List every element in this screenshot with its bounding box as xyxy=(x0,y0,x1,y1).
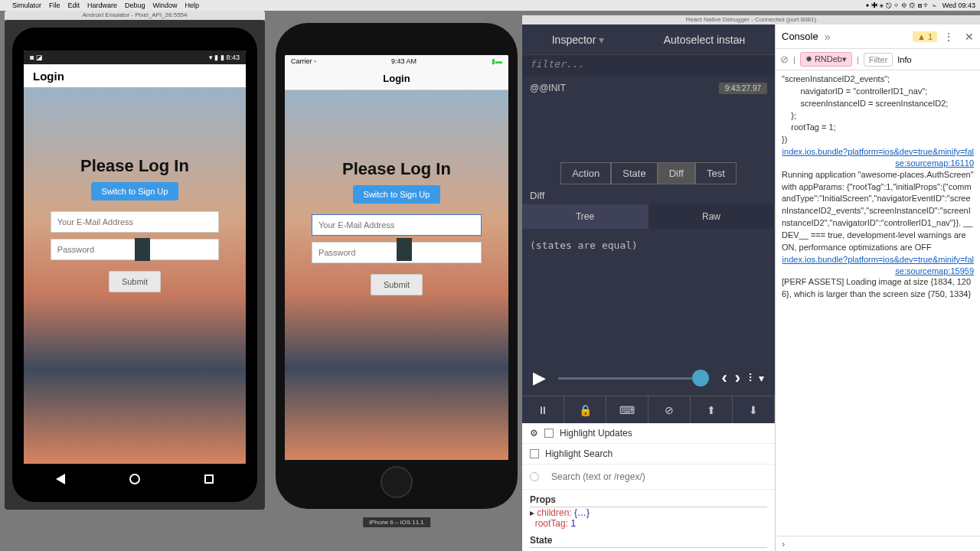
inspector-dropdown[interactable]: Inspector ▾ xyxy=(552,34,604,46)
tab-state[interactable]: State xyxy=(611,162,657,184)
menu-simulator[interactable]: Simulator xyxy=(12,2,41,9)
prev-button[interactable]: ‹ xyxy=(721,368,727,388)
tab-diff[interactable]: Diff xyxy=(658,162,695,184)
kebab-menu-icon[interactable]: ⋮ xyxy=(943,31,954,43)
submit-button-ios[interactable]: Submit xyxy=(371,274,423,295)
password-input-ios[interactable] xyxy=(312,242,482,263)
menu-file[interactable]: File xyxy=(49,2,60,9)
more-tabs-icon[interactable]: » xyxy=(825,31,831,43)
android-window-title: Android Emulator - Pixel_API_26:5554 xyxy=(5,11,265,20)
props-header: Props xyxy=(530,493,767,507)
highlight-search-label: Highlight Search xyxy=(545,448,612,459)
warning-badge[interactable]: ▲ 1 xyxy=(913,31,937,42)
android-home-button[interactable] xyxy=(129,474,140,484)
close-icon[interactable]: ✕ xyxy=(965,31,974,43)
switch-signup-button[interactable]: Switch to Sign Up xyxy=(91,182,179,201)
menu-edit[interactable]: Edit xyxy=(68,2,80,9)
ios-home-button[interactable] xyxy=(381,466,413,498)
highlight-search-checkbox[interactable] xyxy=(530,449,539,458)
subtab-tree[interactable]: Tree xyxy=(522,204,648,229)
react-native-debugger-window: React Native Debugger - Connected (port … xyxy=(522,15,980,551)
source-link-2[interactable]: index.ios.bundle?platform=ios&dev=true&m… xyxy=(782,254,974,277)
ios-simulator-window: Carrier ◦ 9:43 AM ▮▬ Login Please Log In… xyxy=(276,23,518,509)
console-filter-input[interactable]: Filter xyxy=(864,53,893,67)
source-link-1[interactable]: index.ios.bundle?platform=ios&dev=true&m… xyxy=(782,146,974,169)
mac-menubar: Simulator File Edit Hardware Debug Windo… xyxy=(0,0,980,11)
menu-hardware[interactable]: Hardware xyxy=(87,2,117,9)
disable-icon[interactable]: ⊘ xyxy=(648,396,691,423)
search-toggle[interactable] xyxy=(530,472,539,481)
login-title-ios: Please Log In xyxy=(342,159,451,179)
android-back-button[interactable] xyxy=(56,474,65,484)
prop-roottag[interactable]: rootTag: 1 xyxy=(530,518,767,529)
android-emulator-window: Android Emulator - Pixel_API_26:5554 ◙ ◪… xyxy=(5,20,265,510)
subtab-raw[interactable]: Raw xyxy=(648,204,775,229)
android-app-header: Login xyxy=(24,64,246,87)
console-tab[interactable]: Console xyxy=(782,31,818,42)
menu-help[interactable]: Help xyxy=(185,2,200,9)
diff-label: Diff xyxy=(522,187,775,204)
console-prompt[interactable]: › xyxy=(776,536,980,551)
menu-window[interactable]: Window xyxy=(153,2,178,9)
clear-console-icon[interactable]: ⊘ xyxy=(780,54,789,65)
tab-test[interactable]: Test xyxy=(695,162,737,184)
time-slider[interactable] xyxy=(558,377,709,380)
highlight-updates-label: Highlight Updates xyxy=(560,428,632,439)
action-filter-input[interactable]: filter... xyxy=(522,55,775,77)
status-icons: ◆ ✱ ⊕ ⎋ ◇ ⏣ ⚙ ▤ ᯤ ⌁ xyxy=(865,2,936,9)
notif-icons: ◙ ◪ xyxy=(30,54,43,61)
action-row-init[interactable]: @@INIT 9:43:27.97 xyxy=(522,77,775,99)
login-title: Please Log In xyxy=(80,156,189,176)
password-input[interactable] xyxy=(51,239,219,260)
state-header: State xyxy=(530,533,767,548)
upload-icon[interactable]: ⬆ xyxy=(691,396,733,423)
ios-device-label: iPhone 6 – iOS 11.1 xyxy=(363,517,430,527)
lock-icon[interactable]: 🔒 xyxy=(564,396,606,423)
pause-icon[interactable]: ⏸ xyxy=(522,396,564,423)
android-recents-button[interactable] xyxy=(204,474,214,484)
redux-tabs: Action State Diff Test xyxy=(522,159,775,187)
highlight-updates-checkbox[interactable] xyxy=(544,429,554,438)
context-dropdown[interactable]: ✸ RNDeb▾ xyxy=(800,52,852,67)
switch-signup-button-ios[interactable]: Switch to Sign Up xyxy=(353,185,441,204)
submit-button[interactable]: Submit xyxy=(109,271,161,292)
component-search-input[interactable] xyxy=(545,469,767,484)
tab-action[interactable]: Action xyxy=(560,162,611,184)
info-filter[interactable]: Info xyxy=(897,55,911,64)
menu-debug[interactable]: Debug xyxy=(125,2,145,9)
console-output[interactable]: "screenInstanceID2_events"; navigatorID … xyxy=(776,70,980,536)
ios-app-header: Login xyxy=(285,67,508,90)
debugger-titlebar: React Native Debugger - Connected (port … xyxy=(522,15,980,24)
battery-icon: ▮▬ xyxy=(492,57,502,65)
next-button[interactable]: › xyxy=(735,368,740,388)
keyboard-icon[interactable]: ⌨ xyxy=(606,396,648,423)
email-input[interactable] xyxy=(51,211,219,233)
settings-icon[interactable] xyxy=(530,428,538,439)
devtools-console-panel: Console » ▲ 1 ⋮ ✕ ⊘ | ✸ RNDeb▾ | Filter … xyxy=(775,24,980,551)
prop-children[interactable]: ▸ children: {…} xyxy=(530,507,767,518)
diff-content: (states are equal) xyxy=(522,229,775,262)
android-status-bar: ◙ ◪ ▾ ▮ ▮ 8:43 xyxy=(24,51,246,64)
menubar-clock[interactable]: Wed 09:43 xyxy=(942,2,975,9)
download-icon[interactable]: ⬇ xyxy=(733,396,775,423)
redux-devtools-panel: Inspector ▾ Autoselect instан filter... … xyxy=(522,24,775,551)
speed-dropdown[interactable]: ⠇ ▾ xyxy=(748,372,764,384)
email-input-ios[interactable] xyxy=(312,214,482,236)
play-button[interactable]: ▶ xyxy=(533,368,546,388)
autoselect-dropdown[interactable]: Autoselect instан xyxy=(664,34,746,46)
ios-status-bar: Carrier ◦ 9:43 AM ▮▬ xyxy=(285,55,508,67)
